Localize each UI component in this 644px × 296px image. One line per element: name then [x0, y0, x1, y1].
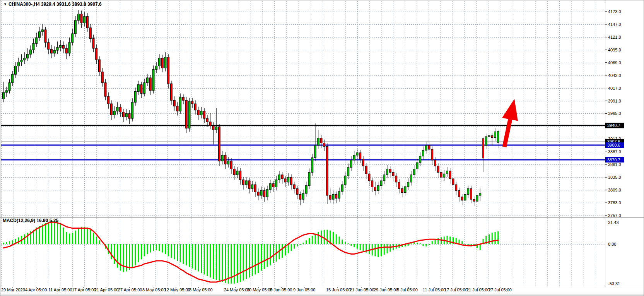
price-tick-label: 3965.0 — [608, 111, 621, 116]
price-tick-label: 4121.0 — [608, 35, 621, 39]
time-tick-label: 30 May 05:00 — [247, 287, 273, 292]
time-tick-label: 21 Apr 05:00 — [94, 287, 118, 292]
price-badge-label: 3870.7 — [607, 157, 620, 162]
macd-zero-label: 0.00 — [608, 242, 616, 246]
time-tick-label: 9 Jun 05:00 — [293, 287, 316, 292]
time-tick-label: 27 Apr 05:00 — [118, 287, 142, 292]
time-tick-label: 5 Jul 05:00 — [397, 287, 418, 292]
time-tick-label: 17 Jul 05:00 — [444, 287, 468, 292]
price-tick-label: 4147.0 — [608, 22, 621, 27]
candlestick-chart-surface[interactable]: 4173.04147.04121.04095.04069.04043.04017… — [0, 0, 644, 296]
price-tick-label: 3991.0 — [608, 99, 621, 103]
macd-values: 16.90 5.25 — [36, 218, 58, 223]
macd-indicator-label: MACD(12,26,9) 16.90 5.25 — [3, 218, 58, 223]
price-tick-label: 4043.0 — [608, 73, 621, 78]
time-tick-label: 21 Jun 05:00 — [350, 287, 374, 292]
price-badge-label: 3900.6 — [607, 143, 620, 147]
time-tick-label: 12 May 05:00 — [164, 287, 190, 292]
price-tick-label: 3861.0 — [608, 162, 621, 167]
price-tick-label: 3809.0 — [608, 188, 621, 192]
time-tick-label: 5 Jun 05:00 — [270, 287, 292, 292]
price-tick-label: 3757.0 — [608, 213, 621, 218]
chart-window: 4173.04147.04121.04095.04069.04043.04017… — [0, 0, 644, 296]
price-tick-label: 3887.0 — [608, 149, 621, 154]
price-tick-label: 4173.0 — [608, 9, 621, 14]
time-tick-label: 27 Jul 05:00 — [489, 287, 512, 292]
time-tick-label: 8 May 05:00 — [142, 287, 166, 292]
price-tick-label: 4017.0 — [608, 86, 621, 91]
macd-min-label: -53.31 — [608, 281, 620, 286]
time-tick-label: 15 Jun 05:00 — [326, 287, 351, 292]
price-tick-label: 4095.0 — [608, 48, 621, 52]
macd-name: MACD(12,26,9) — [3, 218, 35, 223]
price-tick-label: 3835.0 — [608, 175, 621, 180]
symbol-dropdown-icon[interactable]: ▼ — [3, 2, 7, 6]
symbol-name: CHINA300-,H4 — [9, 2, 40, 7]
time-tick-label: 29 Mar 2023 — [1, 287, 25, 292]
price-tick-label: 4069.0 — [608, 60, 621, 65]
time-tick-label: 21 Jul 05:00 — [466, 287, 490, 292]
time-tick-label: 4 Apr 05:00 — [25, 287, 47, 292]
time-tick-label: 24 May 05:00 — [224, 287, 250, 292]
price-badge-label: 3940.7 — [607, 123, 620, 128]
macd-max-label: 31.43 — [608, 220, 619, 225]
time-tick-label: 18 May 05:00 — [187, 287, 213, 292]
price-tick-label: 3783.0 — [608, 200, 621, 205]
window-bottom-strip — [0, 294, 644, 296]
time-tick-label: 17 Apr 05:00 — [72, 287, 96, 292]
symbol-title: ▼CHINA300-,H4 3929.4 3931.6 3893.8 3907.… — [3, 2, 102, 7]
symbol-ohlc-values: 3929.4 3931.6 3893.8 3907.6 — [41, 2, 102, 7]
time-tick-label: 11 Apr 05:00 — [48, 287, 72, 292]
time-tick-label: 11 Jul 05:00 — [423, 287, 446, 292]
time-tick-label: 29 Jun 05:00 — [374, 287, 398, 292]
